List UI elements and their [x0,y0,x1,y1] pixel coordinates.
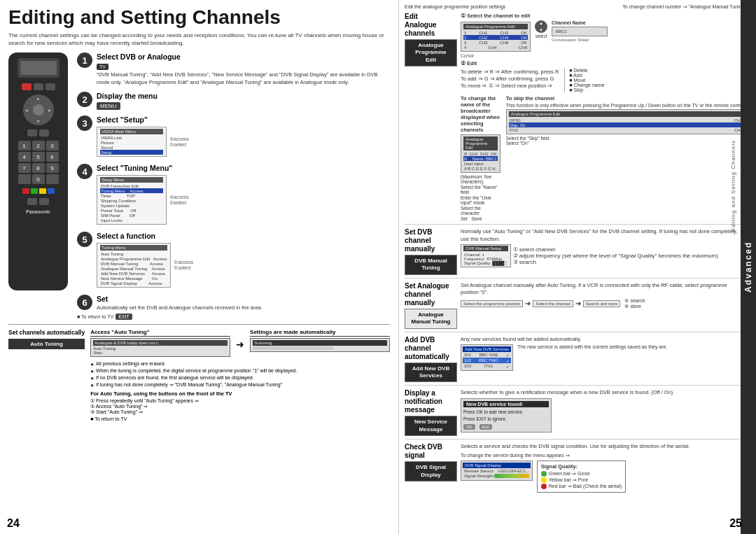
num-4[interactable]: 4 [18,152,31,162]
dpad-left[interactable]: ◄ [24,108,29,113]
main-menu-screen: VIERA Main Menu VIERA Link Picture Sound… [97,127,167,157]
num-6[interactable]: 6 [46,152,59,162]
menu-item-viera-link: VIERA Link [100,135,163,140]
dpad-outer[interactable]: ▲ ▼ ◄ ► [23,94,54,125]
dvb-screen1: DVB Manual Setup Channel: 1Frequency: 47… [461,244,511,267]
add-dvb-section: Add DVB channel automatically Add New DV… [405,336,746,386]
skip-row-2: Skip: On [509,122,743,127]
blue-btn[interactable] [48,188,55,194]
move-label: ■ Move [569,78,604,83]
max-chars-note: (Maximum: five characters) [461,174,500,184]
ok-button[interactable]: OK [463,424,475,430]
remote-menu-btn[interactable] [27,198,37,205]
num-8[interactable]: 8 [32,163,45,173]
change-skip-row: To change the name of the broadcaster di… [461,95,746,221]
display-notification-section: Display a notification message New Servi… [405,389,746,440]
step-1-desc: "DVB Manual Tuning", "Add New DVB Servic… [97,71,390,86]
setup-dvb-fav: DVB Favourites Edit [100,183,163,188]
dvb-step-3: ③ search [513,259,718,265]
edit-analogue-content: ① Select the channel to edit Analogue Pr… [461,13,746,221]
bullet-text-3: If no DVB services are found, the first … [96,375,254,380]
cn-step-4: Set Store [461,216,500,221]
num-0[interactable]: 0 [32,174,45,184]
add-new-services-screen: Add New DVB Services 101BBC ONE✓ 102BBC … [461,344,513,371]
right-inner: Edit the analogue programme position set… [405,4,746,496]
remote-control-col: ▲ ▼ ◄ ► 1 2 3 [8,52,71,320]
step-4-block: 4 Select "Tuning Menu" Setup Menu DVB Fa… [77,164,390,226]
yellow-btn[interactable] [39,188,46,194]
check-dvb-title: Check DVB signal [405,443,457,460]
bullet-text-1: All previous settings are erased. [96,361,166,366]
num-7[interactable]: 7 [18,163,31,173]
add-dvb-note: The new service is added with the curren… [517,344,746,371]
dpad-center-btn[interactable] [33,104,44,115]
remote-btn2[interactable] [46,83,55,90]
dpad-down[interactable]: ▼ [36,119,41,124]
add-svc-header: Add New DVB Services [463,346,511,352]
green-btn[interactable] [31,188,38,194]
remote-top-buttons [22,83,55,90]
select-dpad-icon[interactable]: ▲ ▼ [535,20,547,33]
page-title: Editing and Setting Channels [8,7,390,29]
cn-step-1: Select the "Name" field [461,185,500,195]
bullet-text-2: When the tuning is completed, the digita… [96,368,297,373]
num-3[interactable]: 3 [46,141,59,150]
bullet-icon-4: ● [90,382,94,388]
step-1-num: 1 [77,52,92,68]
step-6-desc: Automatically set the DVB and Analogue c… [97,304,390,311]
step-2-block: 2 Display the menu MENU [77,92,390,110]
auto-screen-body: Auto TuningStart [93,346,227,355]
num-dash[interactable] [18,174,31,184]
remote-ch-down[interactable] [39,129,49,136]
remote-exit-btn[interactable] [39,198,49,205]
front-tv-steps: ① Press repeatedly until "Auto Tuning" a… [90,398,390,415]
step-5-title: Select a function [97,232,390,240]
change-name-title: To change the name of the broadcaster di… [461,95,500,133]
dpad-right[interactable]: ► [48,108,52,113]
bullet-4: ● If tuning has not done completely ⇒ "D… [90,382,390,388]
num-9[interactable]: 9 [46,163,59,173]
step-4-content: Select "Tuning Menu" Setup Menu DVB Favo… [97,164,390,226]
step-2-content: Display the menu MENU [97,92,390,110]
dvb-manual-flow: DVB Manual Setup Channel: 1Frequency: 47… [461,244,746,267]
remote-mid-buttons [27,129,49,136]
sq-red: Red bar ⇒ Bad (Check the aerial) [541,484,622,489]
exit-button[interactable]: EXIT [115,314,132,320]
analogue-screen: Analogue Programme Edit 1CH1CH2OK 2CH2CH… [461,22,531,52]
settings-auto-screen: Scanning... [250,338,390,352]
step-5-access-label: ②access①select [174,260,193,271]
setup-tuning[interactable]: Tuning Menu Access [100,188,163,193]
signal-screen-header: DVB Signal Display [463,463,531,468]
front-step-3: ③ Start "Auto Tuning" ⇒ [90,409,390,415]
bullet-3: ● If no DVB services are found, the firs… [90,375,390,381]
bullet-icon-1: ● [90,361,94,367]
svc-row-3: 103ITV1✓ [463,363,511,369]
new-service-message-box: New Service Message [405,416,457,436]
remote-btn1[interactable] [34,83,43,90]
setup-timer: Timer TOP [100,193,163,198]
num-5[interactable]: 5 [32,152,45,162]
exit-button-svc[interactable]: Exit [479,424,492,430]
edit-analogue-section: EditAnaloguechannels AnalogueProgrammeEd… [405,13,746,225]
num-extra[interactable] [46,174,59,184]
set-dvb-label-wrap: Set DVB channel manually DVB Manual Tuni… [405,228,457,275]
dpad-up[interactable]: ▲ [36,96,41,101]
set-analogue-section: Set Analogue channel manually Analogue M… [405,282,746,332]
change-name-screen: Analogue Programme Edit RCH1CH2OK RName:… [461,134,500,173]
advanced-label: Advanced [741,0,756,534]
num-2[interactable]: 2 [32,141,45,150]
skip-label: ■ Skip [569,87,604,92]
to-add-action: To add ⇒ G ⇒ After confirming, press G [461,76,559,82]
auto-tuning-badge: Auto Tuning [8,339,85,349]
setup-sim: SIM Panel Off [100,213,163,218]
to-return-tv-bottom: ■ To return to TV [90,416,390,421]
setup-power: Power Save Off [100,208,163,213]
tuning-add-dvb: Add New DVB Services Access [100,271,167,276]
remote-ch-up[interactable] [27,129,37,136]
red-btn[interactable] [22,188,29,194]
menu-item-setup[interactable]: Setup [100,150,163,155]
tuning-access-screen: Analogue & DVB today does not c... Auto … [90,338,230,357]
display-notification-content: Selects whether to give a notification m… [461,389,746,433]
remote-power-btn[interactable] [22,83,31,90]
num-1[interactable]: 1 [18,141,31,150]
